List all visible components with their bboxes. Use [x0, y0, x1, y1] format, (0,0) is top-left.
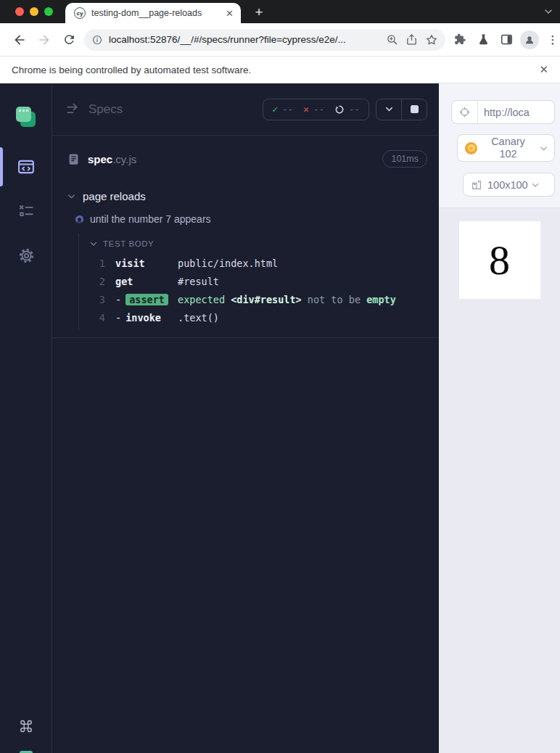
command-row[interactable]: 4 -invoke .text() [89, 312, 427, 330]
browser-tab[interactable]: cy testing-dom__page-reloads ✕ [65, 3, 241, 23]
reporter-header: Specs ✓ -- ✕ -- -- [52, 83, 439, 136]
suite-row[interactable]: page reloads [67, 185, 427, 207]
assert-value: empty [366, 294, 396, 305]
tab-close-icon[interactable]: ✕ [226, 8, 234, 19]
share-icon[interactable] [405, 33, 418, 46]
aut-iframe[interactable]: 8 [459, 221, 540, 299]
aut-url-value[interactable]: http://loca [478, 107, 530, 118]
profile-avatar[interactable] [519, 30, 540, 50]
browser-window: cy testing-dom__page-reloads ✕ + localho… [0, 0, 560, 753]
command-row[interactable]: 1 visit public/index.html [89, 258, 427, 276]
address-bar[interactable]: localhost:52876/__/#/specs/runner?file=c… [84, 29, 445, 51]
url-text[interactable]: localhost:52876/__/#/specs/runner?file=c… [109, 34, 379, 45]
test-running-spinner-icon [75, 215, 83, 223]
bookmark-star-icon[interactable] [425, 33, 438, 46]
browser-version: 102 [499, 148, 516, 160]
test-stats: ✓ -- ✕ -- -- [263, 99, 369, 120]
command-log: 1 visit public/index.html 2 get #result … [89, 258, 427, 330]
passed-icon: ✓ [272, 104, 278, 115]
specs-runner-icon [16, 157, 36, 177]
avatar-icon [520, 30, 539, 49]
test-body-label: TEST BODY [103, 239, 154, 248]
reporter-divider [52, 337, 439, 338]
cypress-favicon-icon: cy [74, 7, 86, 19]
window-minimize-button[interactable] [30, 7, 38, 16]
window-close-button[interactable] [15, 7, 24, 16]
sidebar-item-keyboard-shortcuts[interactable] [0, 706, 52, 746]
stop-button[interactable] [402, 99, 427, 120]
passed-count: -- [282, 104, 293, 115]
spec-file-name: spec [88, 153, 112, 165]
command-args: .text() [178, 312, 219, 324]
failed-icon: ✕ [303, 104, 309, 115]
window-zoom-button[interactable] [44, 7, 53, 16]
extension-flask-icon[interactable] [473, 30, 493, 50]
chevron-down-icon [539, 144, 548, 153]
forward-button[interactable] [33, 29, 55, 51]
result-number: 8 [489, 236, 510, 284]
chrome-menu-button[interactable]: ⋮ [543, 30, 560, 50]
collapse-all-button[interactable] [376, 99, 401, 120]
command-row[interactable]: 3 -assert expected <div#result> not to b… [89, 294, 427, 312]
failed-count: -- [313, 104, 324, 115]
cypress-reporter: Specs ✓ -- ✕ -- -- [52, 83, 439, 753]
banner-close-icon[interactable]: ✕ [539, 63, 548, 76]
ruler-icon [471, 179, 482, 191]
new-tab-button[interactable]: + [250, 3, 268, 22]
child-command-dash: - [115, 312, 121, 324]
chrome-canary-icon [465, 142, 477, 155]
browser-selector[interactable]: Canary 102 [457, 134, 555, 162]
assert-badge: assert [125, 294, 168, 305]
spec-duration-badge: 101ms [382, 150, 427, 168]
chevron-down-icon [531, 181, 540, 189]
stop-icon [411, 105, 419, 113]
command-args: public/index.html [178, 258, 278, 269]
runner-controls [376, 99, 427, 120]
viewport-selector[interactable]: 100x100 [463, 173, 555, 197]
command-row[interactable]: 2 get #result [89, 276, 427, 294]
reload-button[interactable] [58, 29, 80, 51]
spec-file-row[interactable]: spec.cy.js 101ms [52, 143, 439, 175]
child-command-dash: - [115, 294, 121, 305]
browser-toolbar: localhost:52876/__/#/specs/runner?file=c… [0, 23, 560, 57]
extension-puzzle-icon[interactable] [450, 30, 470, 50]
reporter-title[interactable]: Specs [88, 102, 263, 117]
cypress-logo-icon [16, 107, 36, 127]
automation-banner: Chrome is being controlled by automated … [0, 57, 560, 83]
spec-document-icon [67, 152, 81, 166]
cypress-sidebar [0, 83, 52, 753]
settings-gear-icon [17, 246, 36, 266]
side-panel-icon[interactable] [496, 30, 516, 50]
spec-switcher-icon[interactable] [65, 102, 81, 118]
aut-panel: http://loca Canary 102 100x [439, 83, 560, 753]
command-number: 2 [89, 276, 105, 287]
test-title: until the number 7 appears [90, 213, 211, 225]
runs-list-icon [17, 202, 36, 221]
browser-label: Canary 102 [477, 136, 539, 160]
zoom-page-icon[interactable] [386, 33, 398, 46]
command-args: #result [178, 276, 219, 287]
back-button[interactable] [9, 29, 30, 51]
sidebar-item-cypress-logo[interactable] [0, 96, 52, 137]
command-number: 1 [89, 258, 105, 269]
spec-file-ext: .cy.js [112, 153, 136, 165]
aut-url-bar[interactable]: http://loca [451, 100, 555, 124]
assert-expected: expected [178, 294, 225, 305]
browser-name: Canary [491, 136, 525, 147]
banner-message: Chrome is being controlled by automated … [12, 65, 539, 75]
command-number: 4 [89, 312, 105, 324]
test-body-header[interactable]: TEST BODY [89, 234, 427, 253]
tab-search-chevron-icon[interactable] [543, 6, 554, 17]
selector-playground-icon[interactable] [452, 101, 478, 123]
assert-mid: not to be [308, 294, 361, 305]
sidebar-item-debug[interactable] [0, 191, 52, 231]
suite-block: page reloads until the number 7 appears … [52, 185, 439, 330]
info-icon[interactable] [91, 34, 103, 46]
sidebar-item-settings[interactable] [0, 235, 52, 276]
test-row[interactable]: until the number 7 appears [67, 208, 427, 230]
command-number: 3 [89, 294, 105, 305]
command-key-icon [17, 717, 35, 735]
aut-stage: 8 [439, 208, 560, 753]
chevron-down-icon [89, 239, 98, 248]
sidebar-item-specs[interactable] [0, 147, 52, 187]
